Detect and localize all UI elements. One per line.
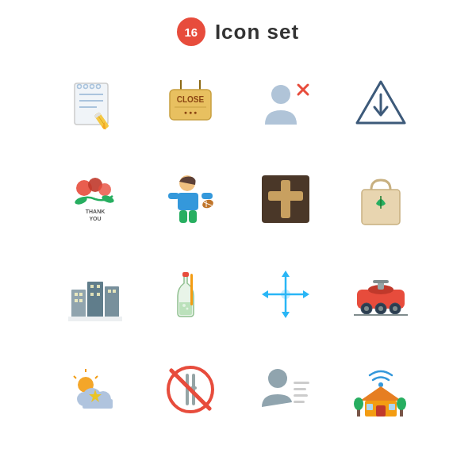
icon-down-triangle[interactable] [337, 60, 424, 148]
icon-thank-you[interactable]: THANK YOU [52, 155, 139, 243]
svg-rect-37 [179, 210, 187, 223]
icon-football-player[interactable] [147, 155, 234, 243]
icon-tanker[interactable] [337, 251, 424, 338]
icon-cross[interactable] [242, 155, 329, 243]
svg-rect-100 [294, 394, 308, 397]
svg-point-60 [182, 304, 186, 307]
icon-move[interactable] [242, 251, 329, 338]
svg-rect-107 [389, 404, 395, 410]
svg-point-97 [268, 369, 287, 388]
svg-rect-105 [376, 405, 386, 416]
svg-rect-52 [97, 285, 100, 288]
svg-marker-68 [262, 290, 268, 298]
svg-rect-55 [108, 290, 111, 293]
icon-cloud-sun[interactable] [52, 346, 139, 433]
svg-text:THANK: THANK [86, 209, 106, 214]
svg-rect-38 [189, 210, 197, 223]
page-title: Icon set [215, 20, 299, 44]
svg-point-18 [271, 85, 290, 104]
svg-rect-51 [90, 285, 94, 288]
svg-marker-70 [303, 290, 309, 298]
svg-rect-74 [373, 280, 389, 283]
svg-rect-101 [294, 401, 305, 403]
svg-line-84 [95, 376, 98, 378]
icon-no-eating[interactable] [147, 346, 234, 433]
svg-rect-44 [71, 290, 86, 318]
svg-marker-64 [282, 271, 290, 277]
svg-line-85 [74, 376, 76, 378]
icon-notepad[interactable] [52, 60, 139, 148]
icon-city[interactable] [52, 251, 139, 338]
svg-rect-59 [190, 274, 193, 305]
svg-text:● ● ●: ● ● ● [184, 109, 198, 115]
svg-rect-54 [97, 293, 100, 296]
svg-rect-58 [182, 272, 189, 277]
svg-rect-33 [202, 193, 213, 199]
svg-rect-32 [168, 193, 179, 199]
svg-point-61 [186, 308, 189, 310]
svg-rect-106 [367, 404, 373, 410]
svg-point-25 [98, 183, 111, 196]
svg-rect-56 [113, 290, 116, 293]
svg-rect-50 [79, 299, 83, 302]
svg-rect-14 [170, 90, 211, 120]
icon-drink[interactable] [147, 251, 234, 338]
svg-point-111 [397, 397, 406, 410]
svg-marker-66 [282, 312, 290, 318]
icon-count-badge: 16 [177, 17, 205, 46]
icon-grid: CLOSE ● ● ● [52, 60, 424, 433]
svg-rect-48 [79, 293, 83, 296]
svg-rect-47 [75, 293, 78, 296]
svg-point-76 [364, 306, 369, 311]
svg-text:YOU: YOU [89, 216, 101, 221]
icon-close-sign[interactable]: CLOSE ● ● ● [147, 60, 234, 148]
svg-rect-99 [294, 388, 306, 390]
icon-shopping-bag[interactable] [337, 155, 424, 243]
icon-smart-home[interactable] [337, 346, 424, 433]
svg-point-80 [393, 306, 397, 311]
svg-rect-93 [192, 374, 195, 388]
svg-rect-46 [105, 286, 119, 318]
svg-rect-41 [268, 191, 303, 201]
svg-text:CLOSE: CLOSE [177, 95, 205, 104]
icon-remove-user[interactable] [242, 60, 329, 148]
svg-rect-98 [294, 382, 309, 384]
svg-point-109 [354, 397, 363, 410]
svg-rect-31 [178, 193, 198, 210]
svg-rect-57 [68, 317, 122, 321]
svg-rect-45 [87, 282, 103, 318]
svg-marker-103 [360, 386, 401, 401]
svg-rect-53 [90, 293, 94, 296]
icon-contact[interactable] [242, 346, 329, 433]
svg-point-78 [378, 306, 383, 311]
page-header: 16 Icon set [177, 17, 299, 46]
svg-rect-49 [75, 299, 78, 302]
